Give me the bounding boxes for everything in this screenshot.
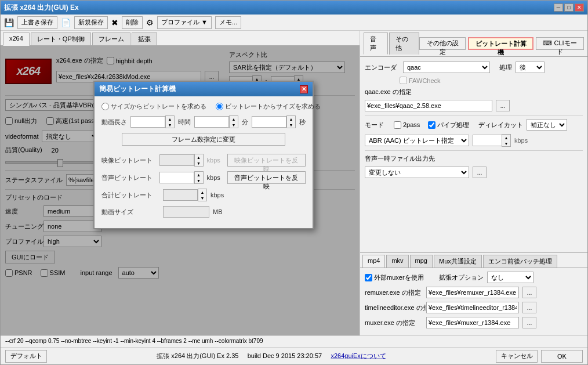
tab-mp4[interactable]: mp4: [362, 255, 385, 268]
hours-down-btn[interactable]: ▼: [166, 122, 174, 128]
dialog-close-button[interactable]: ✕: [300, 85, 308, 93]
qaac-browse-button[interactable]: ...: [496, 100, 510, 111]
tab-x264[interactable]: x264: [3, 32, 30, 46]
temp-file-select[interactable]: 変更しない: [365, 167, 469, 178]
audio-bitrate-input[interactable]: 128: [159, 172, 194, 183]
radio-from-size[interactable]: [101, 103, 109, 110]
tb-up-btn[interactable]: ▲: [198, 189, 206, 195]
audio-bitrate-input2[interactable]: 128: [473, 135, 502, 146]
size-input[interactable]: 38.19: [163, 206, 209, 218]
use-muxer-checkbox[interactable]: [365, 274, 372, 281]
faw-row: FAWCheck: [400, 77, 583, 84]
twopass-checkbox[interactable]: [394, 121, 401, 129]
status-bar-text: --crf 20 --qcomp 0.75 --no-mbtree --keyi…: [5, 338, 263, 344]
ok-button[interactable]: OK: [541, 350, 583, 363]
hours-label: 時間: [178, 118, 191, 127]
audio-reflect-button[interactable]: 音声ビットレートを反映: [227, 171, 306, 184]
default-button[interactable]: デフォルト: [5, 350, 47, 363]
delete-button[interactable]: 削除: [122, 16, 143, 29]
video-bitrate-spin-btns: ▲ ▼: [194, 154, 204, 167]
delay-select[interactable]: 補正なし: [527, 119, 567, 131]
cli-mode-button[interactable]: ⌨ CLIモード: [536, 37, 584, 50]
memo-label: メモ...: [219, 18, 237, 27]
video-bitrate-label: 映像ビットレート: [101, 156, 156, 165]
twopass-label: 2pass: [403, 121, 420, 128]
hours-up-btn[interactable]: ▲: [166, 116, 174, 122]
twopass-wrap: 2pass: [394, 121, 420, 129]
tab-mkv[interactable]: mkv: [386, 255, 408, 268]
remuxer-label: remuxer.exe の指定: [365, 288, 423, 297]
close-button[interactable]: ✕: [575, 3, 584, 12]
seconds-spin: 0 ▲ ▼: [252, 115, 296, 128]
tab-mux-common[interactable]: Mux共通設定: [434, 255, 482, 268]
encoder-select[interactable]: qaac: [403, 62, 490, 73]
ext-option-select[interactable]: なし: [487, 272, 533, 283]
processing-select[interactable]: 後: [516, 62, 545, 73]
remuxer-path-input[interactable]: [426, 287, 519, 298]
other-settings-button[interactable]: その他の設定: [419, 37, 466, 50]
audio-bitrate-spin-btns2: ▲ ▼: [502, 134, 511, 147]
ab-up-btn[interactable]: ▲: [195, 172, 203, 178]
ab2-up-btn[interactable]: ▲: [502, 135, 510, 140]
tab-rate-qp[interactable]: レート・QP制御: [31, 32, 91, 45]
total-bitrate-spin: 445 ▲ ▼: [163, 189, 207, 201]
minutes-up-btn[interactable]: ▲: [230, 116, 238, 122]
tb-down-btn[interactable]: ▼: [198, 195, 206, 201]
faw-checkbox[interactable]: [400, 77, 407, 84]
seconds-down-btn[interactable]: ▼: [287, 122, 295, 128]
status-bar: --crf 20 --qcomp 0.75 --no-mbtree --keyi…: [1, 335, 587, 347]
bitrate-calc-button[interactable]: ビットレート計算機: [468, 37, 533, 50]
temp-browse-button[interactable]: ...: [473, 167, 487, 178]
total-bitrate-label: 合計ビットレート: [101, 191, 159, 200]
minutes-input[interactable]: 12: [194, 116, 229, 128]
size-unit: MB: [213, 208, 223, 215]
tab-frame[interactable]: フレーム: [92, 32, 130, 45]
temp-file-row: 音声一時ファイル出力先: [365, 154, 583, 163]
muxer-browse-button[interactable]: ...: [522, 317, 536, 328]
seconds-input[interactable]: 0: [252, 116, 286, 128]
ab2-down-btn[interactable]: ▼: [502, 140, 510, 146]
bottom-content: 外部muxerを使用 拡張オプション なし remuxer.exe の指定 ..…: [360, 268, 587, 335]
toolbar-icon-delete: ✖: [111, 18, 118, 27]
qaac-path-input[interactable]: [365, 100, 492, 111]
qaac-exe-row: qaac.exe の指定: [365, 88, 583, 96]
about-link[interactable]: x264guiExについて: [331, 352, 386, 359]
total-bitrate-input[interactable]: 445: [163, 189, 198, 201]
vb-up-btn[interactable]: ▲: [195, 154, 203, 160]
vb-down-btn[interactable]: ▼: [195, 160, 203, 166]
timeline-path-input[interactable]: [426, 302, 519, 313]
ab-down-btn[interactable]: ▼: [195, 178, 203, 183]
minimize-button[interactable]: ─: [554, 3, 563, 12]
tab-audio[interactable]: 音声: [364, 32, 388, 55]
abr-select[interactable]: ABR (AAC) ビットレート指定: [365, 135, 469, 146]
left-content: x264 x264.exe の指定 highbit depth ...: [1, 46, 360, 335]
faw-label: FAWCheck: [409, 77, 441, 84]
tab-other[interactable]: その他: [389, 32, 419, 55]
radio-from-bitrate[interactable]: [216, 103, 223, 110]
cancel-button[interactable]: キャンセル: [496, 350, 538, 363]
tab-extended[interactable]: 拡張: [132, 32, 157, 45]
save-button[interactable]: 上書き保存: [17, 16, 57, 29]
muxer-path-input[interactable]: [426, 317, 519, 328]
frame-specify-button[interactable]: フレーム数指定に変更: [122, 133, 285, 146]
video-bitrate-input[interactable]: 317: [159, 154, 194, 166]
remuxer-browse-button[interactable]: ...: [522, 287, 536, 298]
profile-button[interactable]: プロファイル ▼: [157, 16, 212, 29]
footer-left: デフォルト: [5, 350, 47, 363]
maximize-button[interactable]: □: [564, 3, 574, 12]
main-window: 拡張 x264 出力(GUI) Ex ─ □ ✕ 💾 上書き保存 📄 新規保存 …: [0, 0, 588, 365]
muxer-row: muxer.exe の指定 ...: [365, 317, 583, 328]
memo-button[interactable]: メモ...: [215, 16, 241, 29]
new-save-button[interactable]: 新規保存: [74, 16, 108, 29]
seconds-up-btn[interactable]: ▲: [287, 116, 295, 122]
tab-mpg[interactable]: mpg: [410, 255, 433, 268]
hours-input[interactable]: 0: [130, 116, 165, 128]
pipe-proc-checkbox[interactable]: [428, 121, 435, 129]
minutes-down-btn[interactable]: ▼: [230, 122, 238, 128]
right-panel: 音声 その他 その他の設定 ビットレート計算機 ⌨ CLIモード: [360, 31, 587, 335]
title-bar-buttons: ─ □ ✕: [554, 3, 584, 12]
tab-batch[interactable]: エンコ前後バッチ処理: [483, 255, 557, 268]
timeline-browse-button[interactable]: ...: [522, 302, 536, 313]
video-reflect-button[interactable]: 映像ビットレートを反映: [227, 154, 306, 167]
frame-btn-row: フレーム数指定に変更: [101, 133, 306, 146]
